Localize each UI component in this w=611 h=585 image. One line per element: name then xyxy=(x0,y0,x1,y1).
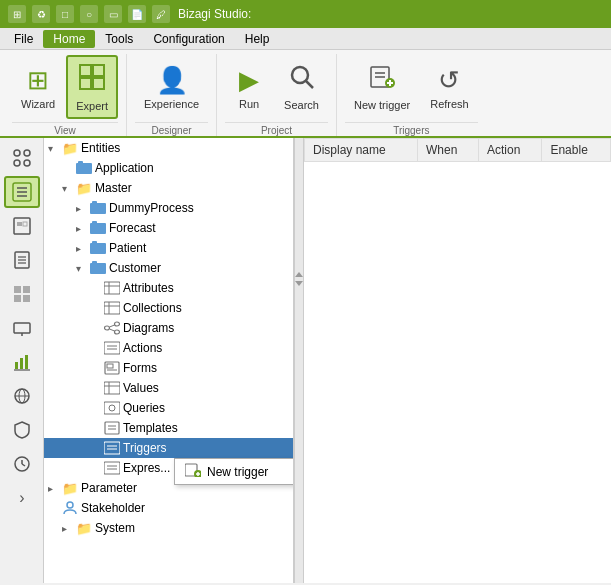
sidebar-nodes-btn[interactable] xyxy=(4,142,40,174)
triggers-label: Triggers xyxy=(123,441,167,455)
context-menu-new-trigger[interactable]: New trigger xyxy=(175,459,294,484)
tb-icon-7[interactable]: 🖊 xyxy=(152,5,170,23)
ribbon-triggers-buttons: New trigger ↺ Refresh xyxy=(345,54,478,120)
dummy-icon xyxy=(90,200,106,216)
tree-panel: ▾ 📁 Entities Application ▾ 📁 Master ▸ Du… xyxy=(44,138,294,583)
tree-node-templates[interactable]: Templates xyxy=(44,418,293,438)
sidebar-expand-btn[interactable]: › xyxy=(4,482,40,514)
svg-rect-30 xyxy=(23,295,30,302)
tree-node-system[interactable]: ▸ 📁 System xyxy=(44,518,293,538)
menu-home[interactable]: Home xyxy=(43,30,95,48)
templates-icon xyxy=(104,420,120,436)
run-label: Run xyxy=(239,98,259,110)
splitter-down-arrow xyxy=(295,281,303,286)
tree-node-master[interactable]: ▾ 📁 Master xyxy=(44,178,293,198)
expert-label: Expert xyxy=(76,100,108,112)
sidebar-chart-btn[interactable] xyxy=(4,346,40,378)
tree-node-entities[interactable]: ▾ 📁 Entities xyxy=(44,138,293,158)
tree-node-stakeholder[interactable]: Stakeholder xyxy=(44,498,293,518)
tree-node-forms[interactable]: Forms xyxy=(44,358,293,378)
svg-rect-1 xyxy=(93,65,104,76)
splitter[interactable] xyxy=(294,138,304,583)
tree-node-attributes[interactable]: Attributes xyxy=(44,278,293,298)
tree-node-diagrams[interactable]: Diagrams xyxy=(44,318,293,338)
search-label: Search xyxy=(284,99,319,111)
menu-file[interactable]: File xyxy=(4,30,43,48)
attributes-label: Attributes xyxy=(123,281,174,295)
svg-rect-46 xyxy=(92,201,97,204)
tree-node-actions[interactable]: Actions xyxy=(44,338,293,358)
ribbon-btn-new-trigger[interactable]: New trigger xyxy=(345,55,419,119)
menu-bar: File Home Tools Configuration Help xyxy=(0,28,611,50)
collections-label: Collections xyxy=(123,301,182,315)
splitter-up-arrow xyxy=(295,272,303,277)
tb-icon-2[interactable]: ♻ xyxy=(32,5,50,23)
sidebar-icons: › xyxy=(0,138,44,583)
tree-node-collections[interactable]: Collections xyxy=(44,298,293,318)
application-label: Application xyxy=(95,161,154,175)
ribbon-btn-search[interactable]: Search xyxy=(275,55,328,119)
tree-node-queries[interactable]: Queries xyxy=(44,398,293,418)
customer-label: Customer xyxy=(109,261,161,275)
title-bar-icons: ⊞ ♻ □ ○ ▭ 📄 🖊 xyxy=(8,5,170,23)
tb-icon-4[interactable]: ○ xyxy=(80,5,98,23)
ribbon-btn-run[interactable]: ▶ Run xyxy=(225,55,273,119)
menu-help[interactable]: Help xyxy=(235,30,280,48)
sidebar-device-btn[interactable] xyxy=(4,312,40,344)
svg-rect-53 xyxy=(104,282,120,294)
parameter-label: Parameter xyxy=(81,481,137,495)
search-icon xyxy=(288,63,316,97)
sidebar-forms-btn[interactable] xyxy=(4,210,40,242)
sidebar-globe-btn[interactable] xyxy=(4,380,40,412)
master-folder-icon: 📁 xyxy=(76,180,92,196)
tree-node-dummy[interactable]: ▸ DummyProcess xyxy=(44,198,293,218)
tb-icon-6[interactable]: 📄 xyxy=(128,5,146,23)
tree-node-expressions[interactable]: Expres... New trigger xyxy=(44,458,293,478)
svg-rect-33 xyxy=(15,362,18,369)
ribbon-btn-experience[interactable]: 👤 Experience xyxy=(135,55,208,119)
sidebar-tree-btn[interactable] xyxy=(4,176,40,208)
triggers-table: Display name When Action Enable xyxy=(304,138,611,162)
svg-rect-47 xyxy=(90,223,106,234)
tb-icon-5[interactable]: ▭ xyxy=(104,5,122,23)
svg-rect-73 xyxy=(104,402,120,414)
actions-icon xyxy=(104,340,120,356)
ribbon-btn-wizard[interactable]: ⊞ Wizard xyxy=(12,55,64,119)
svg-rect-49 xyxy=(90,243,106,254)
tree-node-forecast[interactable]: ▸ Forecast xyxy=(44,218,293,238)
splitter-arrows xyxy=(295,272,303,286)
attributes-icon xyxy=(104,280,120,296)
sidebar-clock-btn[interactable] xyxy=(4,448,40,480)
parameter-expand: ▸ xyxy=(48,483,62,494)
svg-rect-68 xyxy=(107,364,113,368)
tree-node-triggers[interactable]: Triggers xyxy=(44,438,293,458)
svg-rect-50 xyxy=(92,241,97,244)
menu-tools[interactable]: Tools xyxy=(95,30,143,48)
sidebar-shield-btn[interactable] xyxy=(4,414,40,446)
menu-configuration[interactable]: Configuration xyxy=(143,30,234,48)
svg-rect-34 xyxy=(20,358,23,369)
sidebar-docs-btn[interactable] xyxy=(4,244,40,276)
dummy-label: DummyProcess xyxy=(109,201,194,215)
svg-point-74 xyxy=(109,405,115,411)
svg-line-62 xyxy=(110,325,115,327)
customer-icon xyxy=(90,260,106,276)
tree-node-customer[interactable]: ▾ Customer xyxy=(44,258,293,278)
svg-point-14 xyxy=(14,160,20,166)
sidebar-grid-btn[interactable] xyxy=(4,278,40,310)
tree-node-values[interactable]: Values xyxy=(44,378,293,398)
svg-point-59 xyxy=(105,326,110,330)
ribbon-btn-refresh[interactable]: ↺ Refresh xyxy=(421,55,478,119)
ribbon-btn-expert[interactable]: Expert xyxy=(66,55,118,119)
svg-rect-70 xyxy=(104,382,120,394)
tree-node-patient[interactable]: ▸ Patient xyxy=(44,238,293,258)
experience-icon: 👤 xyxy=(156,65,188,96)
tb-icon-1[interactable]: ⊞ xyxy=(8,5,26,23)
tb-icon-3[interactable]: □ xyxy=(56,5,74,23)
ribbon-group-triggers: New trigger ↺ Refresh Triggers xyxy=(337,54,486,136)
templates-label: Templates xyxy=(123,421,178,435)
right-panel: Display name When Action Enable xyxy=(304,138,611,583)
tree-node-application[interactable]: Application xyxy=(44,158,293,178)
triggers-icon xyxy=(104,440,120,456)
experience-label: Experience xyxy=(144,98,199,110)
